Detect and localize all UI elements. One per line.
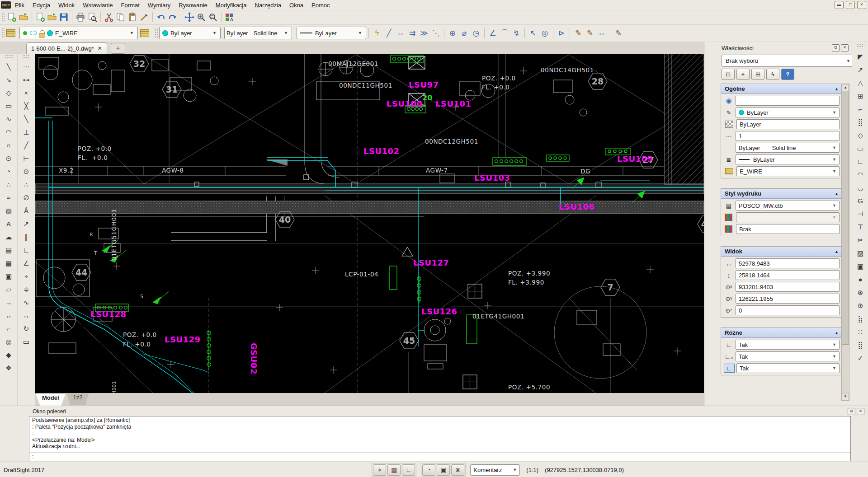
rectangle-tool[interactable]: ▭	[3, 100, 14, 112]
layer-tools-icon[interactable]	[6, 27, 18, 39]
line-tool[interactable]: ╲	[3, 61, 14, 72]
explode-tool[interactable]: ⊕	[854, 300, 866, 311]
move-reference-tool[interactable]: ↗	[20, 218, 32, 229]
collapse-icon[interactable]: ▲	[835, 87, 839, 91]
quick-select-button[interactable]: ϟ	[766, 69, 779, 80]
perpendicular-line-tool[interactable]: ╱	[20, 140, 32, 151]
center-y-value[interactable]: 126221.1955	[736, 294, 840, 304]
print-style-colors-value[interactable]: ▼	[736, 212, 840, 222]
curve-blend-tool[interactable]: ⊣	[854, 208, 866, 220]
circle-tangent-tool[interactable]: ∅	[20, 192, 32, 203]
arc-length-dimension-button[interactable]: ⌒	[499, 28, 510, 38]
converge-tool[interactable]: ⊤	[854, 221, 866, 233]
datum-target-button[interactable]: ⊳	[556, 28, 567, 38]
circle-tool[interactable]: ○	[3, 140, 14, 151]
center-x-value[interactable]: 933201.9403	[736, 282, 840, 292]
polygon-tool[interactable]: ◇	[3, 87, 14, 98]
reference-point-tool[interactable]: ⋯	[20, 61, 32, 72]
ucs-viewport-value[interactable]: Tak▼	[736, 363, 840, 373]
dimension-style-button[interactable]: ✎	[613, 28, 624, 38]
menu-okna[interactable]: Okna	[285, 1, 307, 9]
etrack-toggle[interactable]: ⋇	[451, 464, 464, 476]
block-tool[interactable]: ❖	[3, 362, 14, 374]
layer-combo[interactable]: E_WIRE ▼	[19, 27, 138, 39]
view-width-value[interactable]: 52978.9483	[736, 258, 840, 268]
perpendicular-from-tool[interactable]: ∟	[20, 244, 32, 256]
print-style-override-value[interactable]: Brak	[736, 224, 840, 234]
ucs-origin-value[interactable]: Tak▼	[736, 351, 840, 361]
section-header[interactable]: Widok▲	[721, 247, 842, 257]
freehand-tool[interactable]: ≈	[3, 192, 14, 203]
linetype-value[interactable]: ByLayerSolid line▼	[736, 143, 840, 153]
view-height-value[interactable]: 25818.1464	[736, 270, 840, 280]
snap-toggle[interactable]: ⌖	[373, 464, 386, 476]
baseline-dimension-button[interactable]: ⇉	[406, 28, 418, 38]
menu-plik[interactable]: Plik	[11, 1, 28, 9]
order-overlap-tool[interactable]: ●	[854, 274, 866, 285]
erase-tool[interactable]: ◤	[854, 51, 866, 62]
ortho-toggle[interactable]: ∟	[402, 464, 415, 476]
pan-button[interactable]	[184, 11, 195, 23]
linetype-scale-value[interactable]: 1	[736, 131, 840, 141]
angular-dimension-button[interactable]: ∠	[487, 28, 499, 38]
open-sheet-button[interactable]	[46, 11, 58, 23]
explode-attributes-tool[interactable]: ⣷	[854, 313, 866, 324]
open-drawing-button[interactable]	[18, 11, 29, 23]
ellipse-arc-tool[interactable]: ◔	[3, 166, 14, 177]
close-panel-icon[interactable]: ✕	[857, 408, 864, 415]
print-style-table-value[interactable]: POSCO_MW.ctb▼	[736, 201, 840, 210]
select-entities-button[interactable]: ⊡	[722, 69, 735, 80]
aligned-dimension-button[interactable]: ╱	[383, 28, 395, 38]
menu-format[interactable]: Format	[117, 1, 144, 9]
lineweight-value[interactable]: ByLayer▼	[736, 154, 840, 164]
menu-rysowanie[interactable]: Rysowanie	[175, 1, 212, 9]
float-panel-icon[interactable]: ⧉	[848, 408, 855, 415]
command-history[interactable]: Podstawienie [arsimp.shx] za [Romantic]:…	[29, 416, 851, 453]
circle-pattern-tool[interactable]: ∴	[20, 179, 32, 190]
toolbar-grip[interactable]	[1, 28, 5, 38]
point-tool[interactable]: ∴	[3, 179, 14, 190]
section-header[interactable]: Styl wydruku▲	[721, 189, 842, 199]
sketch-tool[interactable]: ↔	[20, 310, 32, 321]
trim-tool[interactable]: ╳	[20, 100, 32, 112]
float-panel-icon[interactable]: ⧉	[832, 44, 840, 51]
cut-button[interactable]	[103, 11, 115, 23]
linear-dimension-button[interactable]: ↔	[395, 28, 406, 38]
scroll-down-icon[interactable]: ▼	[842, 393, 849, 400]
transparency-value[interactable]: ByLayer	[736, 119, 840, 129]
hatch-edit-tool[interactable]: ▣	[854, 261, 866, 272]
scrollbar-thumb[interactable]	[842, 91, 849, 345]
menu-edycja[interactable]: Edycja	[28, 1, 54, 9]
pattern-tool[interactable]: ⣿	[854, 117, 866, 128]
extend-tool[interactable]: ∟	[854, 156, 866, 167]
linetype-combo[interactable]: ByLayer Solid line ▼	[224, 27, 292, 39]
collapse-icon[interactable]: ▲	[835, 249, 839, 254]
polar-toggle[interactable]: ◔	[422, 464, 435, 476]
spline-tool[interactable]: ∿	[3, 113, 14, 125]
note-tool[interactable]: ▤	[3, 244, 14, 256]
close-tab-icon[interactable]: ✕	[98, 45, 102, 51]
document-tab[interactable]: 1-600-00-E...-2)_0.dwg* ✕	[26, 42, 107, 54]
trim-scissors-tool[interactable]: ▨	[854, 248, 866, 259]
ordinate-dimension-button[interactable]: ⋱	[430, 28, 442, 38]
new-tab-button[interactable]: +	[111, 43, 125, 54]
esnap-toggle[interactable]: ▣	[437, 464, 450, 476]
circle-center-tool[interactable]: ⊙	[20, 166, 32, 177]
scroll-up-icon[interactable]: ▲	[842, 84, 849, 91]
dimension-width-button[interactable]: ↔	[596, 28, 608, 38]
minimize-window-icon[interactable]: ▬	[835, 1, 844, 9]
offset-tool[interactable]: ⌐	[854, 103, 866, 115]
line-color-combo[interactable]: ByLayer ▼	[159, 27, 221, 39]
parallel-lines-tool[interactable]: ∥	[20, 231, 32, 243]
annotation-leader-button[interactable]: ↖	[527, 28, 539, 38]
menu-narzędzia[interactable]: Narzędzia	[250, 1, 285, 9]
close-panel-icon[interactable]: ✕	[841, 44, 849, 51]
solid-tool[interactable]: ◆	[3, 349, 14, 360]
region-tool[interactable]: ▣	[3, 271, 14, 282]
fillet-tool[interactable]: ◠	[854, 169, 866, 180]
corner-trim-tool[interactable]: ╲	[20, 113, 32, 125]
mark-measure-tool[interactable]: ∿	[20, 297, 32, 308]
arc-tool[interactable]: ◠	[3, 126, 14, 138]
layer-manager-icon[interactable]	[140, 27, 151, 39]
radius-dimension-button[interactable]: ◷	[470, 28, 482, 38]
